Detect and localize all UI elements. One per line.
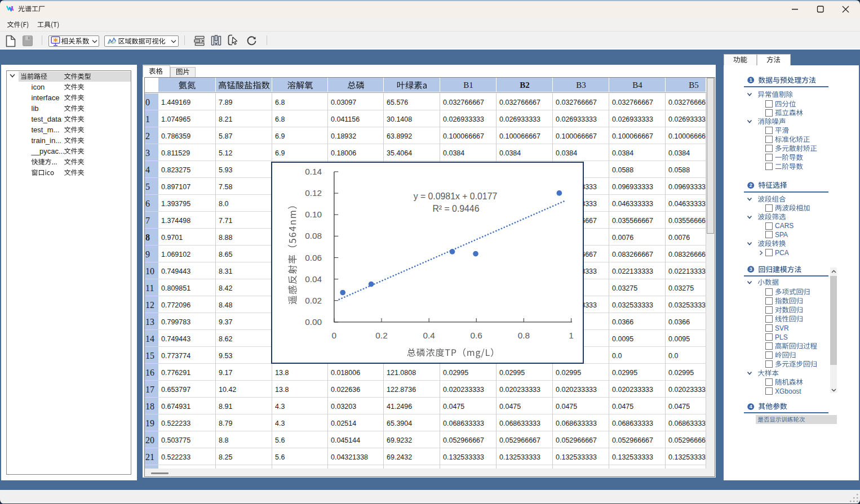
svg-text:0.4: 0.4 bbox=[423, 331, 436, 340]
svg-text:0: 0 bbox=[332, 331, 337, 340]
svg-text:3: 3 bbox=[750, 267, 752, 273]
svg-text:y = 0.0981x + 0.0177: y = 0.0981x + 0.0177 bbox=[414, 191, 498, 201]
svg-text:0.8: 0.8 bbox=[518, 331, 530, 340]
svg-text:0.06: 0.06 bbox=[305, 252, 322, 262]
svg-text:0.2: 0.2 bbox=[375, 331, 387, 340]
svg-text:0.02: 0.02 bbox=[305, 295, 322, 305]
svg-text:0.10: 0.10 bbox=[305, 209, 322, 219]
svg-text:0.6: 0.6 bbox=[471, 331, 482, 340]
svg-text:1: 1 bbox=[569, 331, 574, 340]
svg-text:0.12: 0.12 bbox=[305, 188, 322, 198]
svg-text:0.08: 0.08 bbox=[305, 231, 322, 240]
svg-text:4: 4 bbox=[750, 404, 752, 409]
svg-text:1: 1 bbox=[750, 78, 752, 83]
svg-text:0.04: 0.04 bbox=[305, 274, 322, 283]
svg-text:0.14: 0.14 bbox=[305, 167, 322, 176]
svg-text:0.00: 0.00 bbox=[305, 317, 322, 327]
svg-text:2: 2 bbox=[750, 182, 752, 188]
svg-text:R² = 0.9446: R² = 0.9446 bbox=[432, 204, 479, 213]
